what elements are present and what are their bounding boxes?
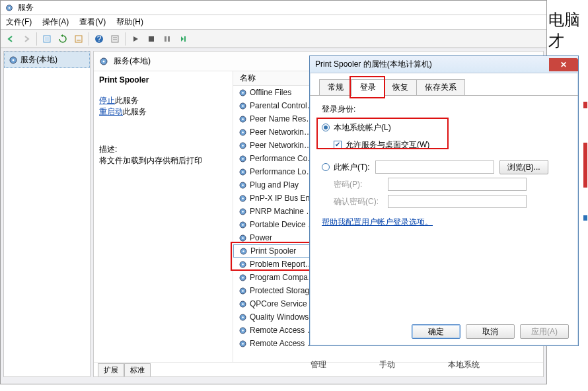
svg-point-39 <box>242 224 244 226</box>
list-heading: 服务(本地) <box>114 55 151 67</box>
restart-suffix: 此服务 <box>123 107 147 116</box>
service-name: Portable Device … <box>250 220 316 229</box>
decor-stripe <box>583 102 587 108</box>
dialog-tabs: 常规 登录 恢复 依存关系 <box>310 80 578 96</box>
pause-button[interactable] <box>160 32 174 46</box>
svg-rect-3 <box>45 37 49 41</box>
tree-root-item[interactable]: 服务(本地) <box>4 52 90 68</box>
highlight-box <box>349 76 385 98</box>
gear-icon <box>239 313 247 322</box>
dialog-title: Print Spooler 的属性(本地计算机) <box>315 59 432 70</box>
properties-dialog: Print Spooler 的属性(本地计算机) ✕ 常规 登录 恢复 依存关系… <box>309 55 579 346</box>
password-input[interactable] <box>388 178 527 191</box>
export-button[interactable] <box>71 32 86 46</box>
apply-button[interactable]: 应用(A) <box>520 324 569 339</box>
toolbar: ? <box>1 30 546 48</box>
gear-icon <box>239 339 247 348</box>
title-bar: 服务 <box>1 1 546 15</box>
radio-this-label: 此帐户(T): <box>334 162 370 173</box>
svg-point-15 <box>13 59 15 61</box>
detail-panel: Print Spooler 停止此服务 重启动此服务 描述: 将文件加载到内存供… <box>94 71 233 362</box>
window-title: 服务 <box>18 2 34 13</box>
ok-button[interactable]: 确定 <box>412 324 460 339</box>
service-name: QPCore Service … <box>250 299 317 308</box>
menu-view[interactable]: 查看(V) <box>79 17 106 28</box>
close-button[interactable]: ✕ <box>549 58 578 71</box>
service-name: Peer Networkin… <box>250 127 312 137</box>
tree-root-label: 服务(本地) <box>20 54 57 65</box>
logon-as-label: 登录身份: <box>322 104 566 115</box>
refresh-button[interactable] <box>55 32 70 46</box>
confirm-password-label: 确认密码(C): <box>322 196 388 207</box>
menu-file[interactable]: 文件(F) <box>6 17 32 28</box>
service-name: PnP-X IP Bus En… <box>250 194 318 203</box>
gear-icon <box>239 287 247 295</box>
decor-stripe <box>583 215 587 221</box>
svg-point-1 <box>9 7 11 9</box>
gear-icon <box>239 234 247 242</box>
svg-rect-7 <box>112 36 118 42</box>
svg-point-17 <box>103 60 105 62</box>
gear-icon <box>239 273 247 282</box>
tab-logon[interactable]: 登录 <box>351 79 385 96</box>
svg-point-37 <box>242 211 244 213</box>
confirm-password-input[interactable] <box>388 195 527 208</box>
cancel-button[interactable]: 取消 <box>466 324 515 339</box>
help-link[interactable]: 帮助我配置用户帐户登录选项。 <box>322 217 433 227</box>
svg-point-19 <box>242 92 244 94</box>
play-button[interactable] <box>128 32 143 46</box>
dialog-title-bar: Print Spooler 的属性(本地计算机) ✕ <box>310 56 578 73</box>
tab-recovery[interactable]: 恢复 <box>384 79 417 96</box>
service-name: Parental Control… <box>250 101 315 110</box>
gear-icon <box>239 326 247 335</box>
gear-icon <box>239 300 247 308</box>
svg-text:?: ? <box>97 34 102 44</box>
tab-deps[interactable]: 依存关系 <box>416 79 465 96</box>
gear-icon <box>239 128 247 137</box>
gear-icon <box>239 115 247 124</box>
stop-button[interactable] <box>144 32 159 46</box>
gear-icon <box>9 55 18 65</box>
service-name: Peer Name Res… <box>250 114 314 124</box>
svg-point-41 <box>242 237 244 239</box>
menu-help[interactable]: 帮助(H) <box>116 17 143 28</box>
gear-icon <box>239 207 247 216</box>
svg-rect-11 <box>165 36 166 42</box>
svg-rect-10 <box>149 36 154 42</box>
svg-point-29 <box>242 158 244 160</box>
props-button[interactable] <box>108 32 122 46</box>
menu-action[interactable]: 操作(A) <box>42 17 69 28</box>
decor-stripe <box>583 143 587 188</box>
tab-general[interactable]: 常规 <box>319 79 352 96</box>
back-button[interactable] <box>3 32 18 46</box>
service-name: Quality Windows… <box>250 312 316 322</box>
gear-icon <box>239 155 247 163</box>
service-name: Performance Lo… <box>250 167 314 176</box>
svg-point-51 <box>242 303 244 305</box>
help-button[interactable]: ? <box>92 32 106 46</box>
account-input[interactable] <box>375 160 494 174</box>
service-name: Offline Files <box>250 88 291 97</box>
forward-button[interactable] <box>19 32 34 46</box>
tree-pane: 服务(本地) <box>3 51 91 377</box>
home-button[interactable] <box>40 32 54 46</box>
svg-point-27 <box>242 145 244 147</box>
service-name: PNRP Machine … <box>250 207 314 216</box>
footer-col-manual: 手动 <box>379 359 395 373</box>
password-label: 密码(P): <box>322 179 388 190</box>
gear-icon <box>239 168 247 176</box>
svg-rect-13 <box>184 36 186 42</box>
gear-icon <box>239 221 247 229</box>
service-name: Peer Networkin… <box>250 141 312 150</box>
restart-button[interactable] <box>176 32 190 46</box>
highlight-box <box>231 242 316 271</box>
radio-this-account[interactable] <box>322 163 330 171</box>
menu-bar: 文件(F) 操作(A) 查看(V) 帮助(H) <box>1 15 546 30</box>
svg-point-53 <box>242 316 244 318</box>
stop-link[interactable]: 停止 <box>99 96 115 105</box>
gear-icon <box>239 102 247 110</box>
service-name: Program Compa… <box>250 273 316 282</box>
restart-link[interactable]: 重启动 <box>99 107 123 116</box>
svg-point-23 <box>242 118 244 120</box>
browse-button[interactable]: 浏览(B)... <box>499 160 548 174</box>
